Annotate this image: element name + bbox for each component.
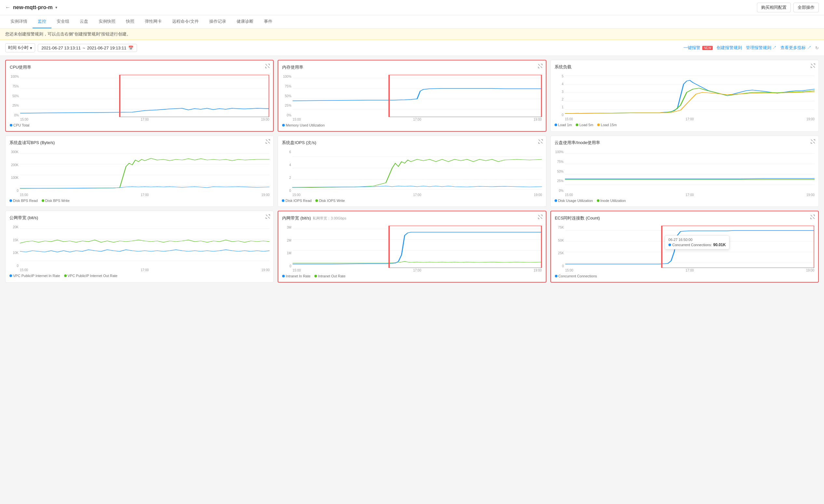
- legend-item: Intranet In Rate: [282, 274, 310, 278]
- chart-legend-publicbw: VPC PublicIP Internet In RateVPC PublicI…: [9, 274, 270, 278]
- legend-item: Load 5m: [576, 123, 593, 127]
- chart-card-cloudisk: 云盘使用率/Inode使用率100%75%50%25%0% 15:0017:00…: [550, 136, 819, 207]
- chart-expand-publicbw[interactable]: [266, 214, 270, 220]
- chart-area-connections: 06-27 16:50:00 Concurrent Connections: 9…: [565, 226, 814, 268]
- xaxis-label-diskiops: 19:00: [534, 193, 542, 197]
- chart-expand-diskbps[interactable]: [266, 139, 270, 145]
- chart-legend-intranetbw: Intranet In RateIntranet Out Rate: [282, 274, 541, 278]
- tab-健康诊断[interactable]: 健康诊断: [231, 15, 259, 28]
- refresh-button[interactable]: ↻: [815, 45, 819, 50]
- more-metrics-link[interactable]: 查看更多指标 ↗: [781, 45, 811, 51]
- chart-area-intranetbw: [293, 226, 541, 268]
- xaxis-label-cpu: 19:00: [261, 118, 269, 121]
- chart-area-cpu: [20, 75, 269, 117]
- legend-item: Memory Used Utilization: [282, 123, 324, 127]
- chart-legend-cpu: CPU Total: [10, 123, 269, 127]
- xaxis-label-publicbw: 19:00: [261, 268, 270, 272]
- toolbar-right: 一键报警 NEW 创建报警规则 管理报警规则 ↗ 查看更多指标 ↗ ↻: [684, 45, 819, 51]
- chart-legend-cloudisk: Disk Usage UtilizationInode Utilization: [554, 199, 815, 203]
- chart-area-publicbw: [20, 225, 270, 268]
- yaxis-label-memory: 75%: [285, 85, 291, 88]
- chart-legend-connections: Concurrent Connections: [555, 274, 814, 278]
- time-range-selector[interactable]: 时间 6小时 ▾: [5, 43, 35, 52]
- tab-云盘[interactable]: 云盘: [75, 15, 93, 28]
- chart-title-diskiops: 系统盘IOPS (次/s): [282, 140, 316, 146]
- chart-expand-connections[interactable]: [810, 215, 815, 220]
- yaxis-label-sysload: 4: [562, 82, 563, 86]
- yaxis-label-cpu: 0%: [14, 114, 19, 117]
- chart-card-memory: 内存使用率100%75%50%25%0% 15:0017:0019:00Memo…: [278, 60, 546, 132]
- chart-area-diskbps: [20, 150, 270, 193]
- xaxis-label-connections: 15:00: [565, 269, 574, 272]
- chart-expand-memory[interactable]: [538, 64, 542, 69]
- yaxis-label-diskiops: 2: [289, 176, 291, 179]
- yaxis-label-diskbps: 200K: [11, 163, 18, 167]
- tab-监控[interactable]: 监控: [32, 15, 51, 28]
- chart-title-cpu: CPU使用率: [10, 65, 31, 70]
- xaxis-label-diskbps: 15:00: [20, 193, 28, 197]
- xaxis-label-memory: 19:00: [534, 118, 542, 121]
- one-click-alert-link[interactable]: 一键报警 NEW: [684, 45, 713, 51]
- tab-实例详情[interactable]: 实例详情: [5, 15, 32, 28]
- xaxis-label-connections: 17:00: [686, 269, 694, 272]
- yaxis-label-intranetbw: 2M: [287, 239, 291, 242]
- tab-弹性网卡[interactable]: 弹性网卡: [139, 15, 167, 28]
- chart-tooltip: 06-27 16:50:00 Concurrent Connections: 9…: [665, 235, 729, 249]
- svg-rect-9: [389, 75, 542, 117]
- charts-grid: CPU使用率100%75%50%25%0% 15:0017:0019:00CPU…: [0, 56, 824, 286]
- yaxis-label-publicbw: 10K: [13, 251, 18, 255]
- yaxis-label-diskbps: 0: [17, 189, 18, 193]
- tab-事件[interactable]: 事件: [259, 15, 278, 28]
- yaxis-label-sysload: 3: [562, 90, 563, 94]
- all-operations-button[interactable]: 全部操作: [794, 3, 819, 12]
- title-dropdown-icon[interactable]: ▾: [55, 5, 57, 10]
- yaxis-label-cloudisk: 0%: [559, 189, 563, 193]
- buy-same-config-button[interactable]: 购买相同配置: [757, 3, 791, 12]
- chart-area-diskiops: [292, 150, 542, 193]
- tab-快照[interactable]: 快照: [121, 15, 139, 28]
- chart-expand-diskiops[interactable]: [538, 139, 543, 145]
- back-button[interactable]: ←: [5, 5, 10, 10]
- chart-legend-memory: Memory Used Utilization: [282, 123, 541, 127]
- yaxis-label-memory: 50%: [285, 94, 291, 98]
- yaxis-label-memory: 0%: [287, 114, 291, 117]
- legend-item: VPC PublicIP Internet Out Rate: [64, 274, 117, 278]
- xaxis-label-sysload: 17:00: [686, 117, 694, 121]
- xaxis-label-intranetbw: 19:00: [534, 269, 542, 272]
- xaxis-label-cloudisk: 17:00: [686, 193, 694, 197]
- legend-item: Load 15m: [597, 123, 617, 127]
- xaxis-label-sysload: 19:00: [806, 117, 815, 121]
- chart-title-intranetbw: 内网带宽 (bit/s)私网带宽：3.00Gbps: [282, 215, 346, 221]
- yaxis-label-publicbw: 15K: [13, 238, 18, 242]
- yaxis-label-cpu: 100%: [10, 75, 19, 78]
- yaxis-label-cloudisk: 50%: [557, 170, 563, 173]
- legend-item: Disk BPS Read: [9, 199, 38, 203]
- yaxis-label-cpu: 50%: [12, 94, 19, 98]
- create-rule-link[interactable]: 创建报警规则: [717, 45, 742, 51]
- chart-area-sysload: [565, 75, 815, 117]
- xaxis-label-cloudisk: 19:00: [806, 193, 815, 197]
- chart-expand-cpu[interactable]: [265, 64, 270, 69]
- xaxis-label-intranetbw: 15:00: [293, 269, 301, 272]
- xaxis-label-intranetbw: 17:00: [413, 269, 421, 272]
- page-header: ← new-mqtt-pro-m ▾ 购买相同配置 全部操作: [0, 0, 824, 15]
- tab-实例快照[interactable]: 实例快照: [93, 15, 121, 28]
- chart-expand-intranetbw[interactable]: [538, 215, 542, 220]
- chart-expand-sysload[interactable]: [811, 64, 815, 69]
- chart-title-sysload: 系统负载: [554, 64, 572, 70]
- tab-远程命令/文件[interactable]: 远程命令/文件: [167, 15, 204, 28]
- xaxis-label-connections: 19:00: [806, 269, 814, 272]
- time-range-input[interactable]: 2021-06-27 13:13:11 ~ 2021-06-27 19:13:1…: [38, 44, 137, 52]
- xaxis-label-publicbw: 17:00: [140, 268, 149, 272]
- manage-rule-link[interactable]: 管理报警规则 ↗: [746, 45, 777, 51]
- yaxis-label-memory: 25%: [285, 104, 291, 107]
- xaxis-label-diskbps: 19:00: [261, 193, 270, 197]
- legend-item: Disk BPS Write: [42, 199, 70, 203]
- yaxis-label-cloudisk: 25%: [557, 179, 563, 183]
- xaxis-label-memory: 17:00: [413, 118, 421, 121]
- legend-item: VPC PublicIP Internet In Rate: [9, 274, 60, 278]
- tab-安全组[interactable]: 安全组: [51, 15, 75, 28]
- chart-card-diskbps: 系统盘读写BPS (Byte/s)300K200K100K0 15:0017:0…: [5, 136, 274, 207]
- chart-expand-cloudisk[interactable]: [811, 139, 815, 145]
- tab-操作记录[interactable]: 操作记录: [204, 15, 231, 28]
